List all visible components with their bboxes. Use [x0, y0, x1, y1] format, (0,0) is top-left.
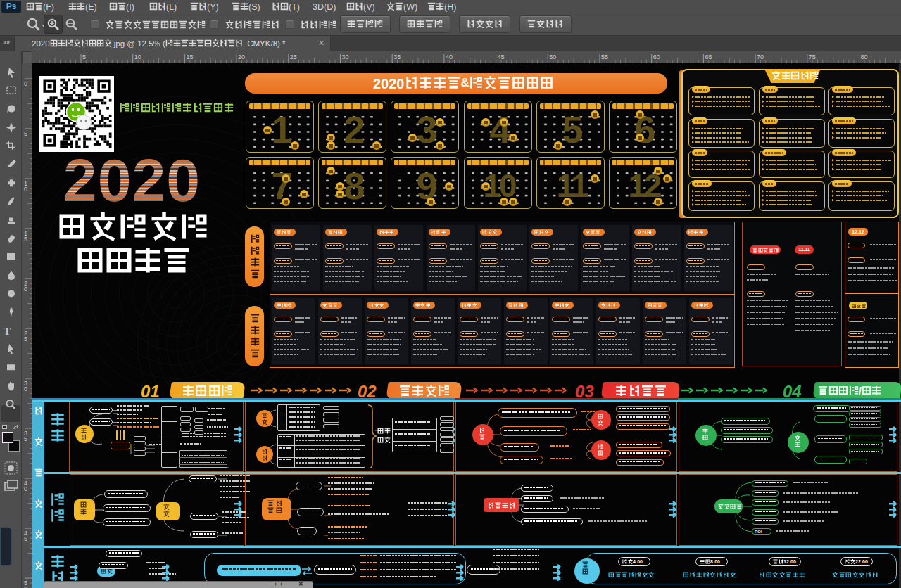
- svg-text:60: 60: [653, 53, 660, 60]
- svg-text:15: 15: [186, 53, 193, 60]
- svg-text:40: 40: [446, 53, 453, 60]
- svg-text:25: 25: [290, 53, 297, 60]
- svg-text:65: 65: [705, 53, 712, 60]
- svg-text:0: 0: [24, 485, 27, 492]
- svg-text:5: 5: [24, 236, 27, 243]
- svg-text:0: 0: [24, 585, 27, 588]
- svg-text:10: 10: [134, 53, 141, 60]
- svg-text:70: 70: [757, 53, 764, 60]
- svg-text:30: 30: [342, 53, 349, 60]
- svg-text:0: 0: [24, 385, 27, 392]
- svg-text:75: 75: [809, 53, 816, 60]
- svg-text:80: 80: [861, 53, 868, 60]
- svg-text:0: 0: [24, 80, 27, 87]
- svg-text:45: 45: [498, 53, 505, 60]
- svg-text:35: 35: [393, 53, 401, 60]
- svg-text:50: 50: [549, 53, 556, 60]
- svg-text:5: 5: [24, 435, 27, 442]
- svg-text:5: 5: [24, 335, 27, 343]
- svg-text:5: 5: [24, 535, 27, 542]
- svg-text:55: 55: [601, 53, 608, 60]
- svg-text:0: 0: [24, 286, 27, 293]
- svg-text:5: 5: [24, 130, 27, 137]
- svg-text:T: T: [4, 326, 11, 337]
- svg-text:20: 20: [238, 53, 245, 60]
- svg-text:0: 0: [24, 186, 27, 193]
- svg-text:5: 5: [82, 53, 86, 60]
